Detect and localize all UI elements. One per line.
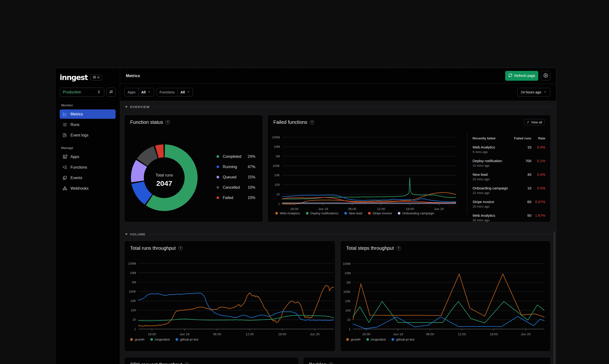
view-all-button[interactable]: ↗ View all <box>524 119 545 125</box>
failed-function-name[interactable]: Web Analytics <box>472 213 512 217</box>
collapse-triangle-icon <box>125 106 127 108</box>
legend-item-inngestbot[interactable]: inngestbot <box>150 338 170 341</box>
sliders-icon <box>109 90 113 95</box>
svg-text:10: 10 <box>347 318 350 322</box>
apps-filter[interactable]: Apps All <box>125 88 154 96</box>
svg-text:12:00: 12:00 <box>377 207 385 211</box>
environment-filter-button[interactable] <box>107 88 116 97</box>
functions-filter[interactable]: Functions All <box>157 88 193 96</box>
svg-text:100M: 100M <box>128 262 136 265</box>
failed-function-name[interactable]: Deploy notification <box>472 159 512 163</box>
status-legend-row-queued[interactable]: Queued15% <box>217 172 255 182</box>
sidebar-item-events[interactable]: Events <box>60 173 116 182</box>
legend-label: Stripe invoice <box>373 211 392 215</box>
total-runs-chart-legend: growthinngestbotgithub-pr-bot <box>130 338 198 341</box>
legend-dot <box>306 212 309 215</box>
event-logs-icon <box>62 133 67 138</box>
legend-item-onboarding-campaign[interactable]: Onboarding campaign <box>398 211 434 215</box>
status-percentage: 15% <box>248 175 255 179</box>
failed-function-row[interactable]: Onboarding campaign22 mins ago100.5% <box>472 186 545 195</box>
environment-select[interactable]: Production <box>60 88 104 97</box>
overview-section-header[interactable]: OVERVIEW <box>125 105 550 109</box>
legend-item-growth[interactable]: growth <box>130 338 145 341</box>
legend-item-github-pr-bot[interactable]: github-pr-bot <box>391 338 415 341</box>
legend-item-inngestbot[interactable]: inngestbot <box>366 338 386 341</box>
status-legend-row-completed[interactable]: Completed24% <box>217 151 255 162</box>
failed-function-row[interactable]: Deploy notification10 mins ago7000.1% <box>472 159 545 167</box>
status-legend-row-failed[interactable]: Failed10% <box>217 193 255 203</box>
failed-function-time: 20 mins ago <box>472 177 512 181</box>
failure-rate-value: 1.67% <box>531 213 545 217</box>
status-dot <box>217 176 219 178</box>
functions-filter-value[interactable]: All <box>178 88 193 96</box>
help-icon[interactable]: ? <box>185 362 189 364</box>
status-legend-row-cancelled[interactable]: Cancelled10% <box>217 182 255 193</box>
sidebar-item-webhooks[interactable]: Webhooks <box>60 184 116 193</box>
status-dot <box>217 186 219 189</box>
legend-dot <box>346 338 349 341</box>
failed-function-row[interactable]: New lead20 mins ago400.3% <box>472 172 545 181</box>
legend-item-growth[interactable]: growth <box>346 338 360 341</box>
sidebar-item-metrics[interactable]: Metrics <box>60 109 116 119</box>
failed-runs-value: 700 <box>512 159 531 163</box>
failed-runs-value: 10 <box>512 145 531 149</box>
apps-filter-value[interactable]: All <box>138 88 154 96</box>
failed-runs-value: 40 <box>512 172 531 177</box>
sidebar-item-event-logs[interactable]: Event logs <box>60 130 116 140</box>
sidebar-item-functions[interactable]: Functions <box>60 163 116 172</box>
help-icon[interactable]: ? <box>166 120 170 125</box>
sdk-request-throughput-card: SDK request throughput ? <box>124 357 299 364</box>
legend-dot <box>176 338 178 341</box>
status-percentage: 10% <box>248 185 255 190</box>
chevron-up-down-icon <box>97 90 101 95</box>
command-k-shortcut[interactable]: ⌘ K <box>90 75 102 80</box>
failed-function-row[interactable]: Stripe invoice25 mins ago600.07% <box>472 200 545 208</box>
failed-functions-chart: 11010010K100K1M10M100M18:00Jun 1906:0012… <box>268 115 462 218</box>
time-range-select[interactable]: 24 hours ago <box>517 88 550 96</box>
legend-dot <box>368 212 371 215</box>
svg-text:100K: 100K <box>129 290 136 293</box>
sidebar-item-runs[interactable]: Runs <box>60 120 116 129</box>
svg-text:Jun 19: Jun 19 <box>318 207 328 211</box>
status-legend-row-running[interactable]: Running47% <box>217 162 255 172</box>
failed-function-name[interactable]: Onboarding campaign <box>472 186 512 190</box>
chevron-down-icon <box>147 90 151 94</box>
failed-function-row[interactable]: Web Analytics5 mins ago100.5% <box>472 145 545 154</box>
failed-runs-value: 60 <box>512 200 531 204</box>
sidebar-item-label: Apps <box>70 155 79 159</box>
scrollbar-thumb[interactable] <box>553 231 555 364</box>
svg-text:1M: 1M <box>346 281 350 284</box>
metrics-icon <box>62 112 67 117</box>
refresh-page-button[interactable]: Refresh page <box>505 71 538 81</box>
total-runs-card: Total runs throughput ? 11010010K100K1M1… <box>124 241 335 351</box>
sidebar-item-label: Functions <box>70 165 87 169</box>
failed-function-name[interactable]: Web Analytics <box>472 145 512 149</box>
environment-name: Production <box>63 90 81 94</box>
failed-function-name[interactable]: Stripe invoice <box>472 200 512 204</box>
section-rule <box>154 107 550 107</box>
page-header: Metrics Refresh page <box>120 68 556 83</box>
legend-item-web-analytics[interactable]: Web Analytics <box>275 211 300 215</box>
legend-item-deploy-notifications[interactable]: Deploy notifications <box>306 211 339 215</box>
settings-button[interactable] <box>541 71 550 80</box>
legend-item-new-lead[interactable]: New lead <box>344 211 362 215</box>
filter-bar: Apps All Functions All 24 hours ago <box>120 83 556 101</box>
status-label: Failed <box>223 196 248 200</box>
legend-item-stripe-invoice[interactable]: Stripe invoice <box>368 211 392 215</box>
volume-section-header[interactable]: VOLUME <box>125 233 550 236</box>
failed-function-name[interactable]: New lead <box>472 172 512 177</box>
legend-dot <box>366 338 369 341</box>
sidebar-item-apps[interactable]: Apps <box>60 152 116 161</box>
legend-label: github-pr-bot <box>396 338 415 341</box>
svg-text:06:00: 06:00 <box>348 207 356 211</box>
legend-dot <box>150 338 153 341</box>
collapse-triangle-icon <box>125 234 127 235</box>
chevron-down-icon <box>187 90 190 94</box>
total-steps-chart-legend: growthinngestbotgithub-pr-bot <box>346 338 414 341</box>
failed-function-row[interactable]: Web Analytics35 mins ago501.67% <box>472 213 545 222</box>
total-steps-card: Total steps throughput ? 11010010K100K1M… <box>340 241 551 351</box>
help-icon[interactable]: ? <box>329 362 333 364</box>
legend-item-github-pr-bot[interactable]: github-pr-bot <box>176 338 198 341</box>
status-percentage: 24% <box>248 155 255 159</box>
svg-text:1: 1 <box>278 202 280 206</box>
